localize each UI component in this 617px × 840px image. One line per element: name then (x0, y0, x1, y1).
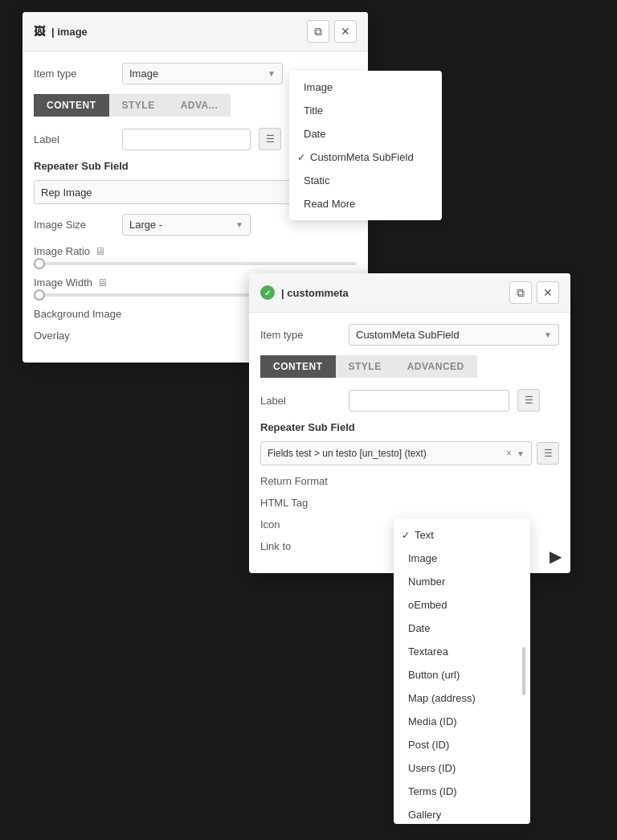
dropdown2-number[interactable]: Number (394, 570, 530, 593)
dropdown2-button[interactable]: Button (url) (394, 663, 530, 686)
dropdown1-image[interactable]: Image (289, 76, 442, 99)
image-size-select[interactable]: Large - ▼ (122, 214, 251, 236)
tab-advanced[interactable]: ADVA... (168, 94, 231, 117)
dropdown-arrow: ▶ (550, 547, 562, 566)
panel2-tabs: CONTENT STYLE ADVANCED (260, 355, 559, 378)
image-panel-header: 🖼 | image ⧉ ✕ (22, 12, 368, 51)
dropdown-scrollbar (522, 647, 525, 695)
dropdown2-media[interactable]: Media (ID) (394, 710, 530, 733)
repeater-db-icon-2[interactable]: ☰ (537, 442, 559, 465)
dropdown2-map[interactable]: Map (address) (394, 686, 530, 710)
repeater-select-2[interactable]: Fields test > un testo [un_testo] (text)… (260, 441, 532, 465)
label-db-icon-2[interactable]: ☰ (517, 389, 540, 412)
custommeta-panel-header: ✓ | custommeta ⧉ ✕ (249, 273, 570, 313)
check-circle-icon: ✓ (260, 285, 275, 300)
dropdown1-title[interactable]: Title (289, 99, 442, 122)
image-icon: 🖼 (34, 25, 45, 38)
return-format-dropdown: ✓ Text Image Number oEmbed Date Textarea… (394, 518, 530, 824)
item-type-select-2[interactable]: CustomMeta SubField ▼ (349, 324, 559, 346)
repeater-select[interactable]: Rep Image × ▼ (34, 180, 329, 204)
label-row-2: Label ☰ (260, 389, 559, 412)
custommeta-panel-actions: ⧉ ✕ (509, 281, 559, 304)
tab-style-2[interactable]: STYLE (336, 355, 394, 378)
dropdown2-image[interactable]: Image (394, 547, 530, 570)
dropdown2-text[interactable]: ✓ Text (394, 523, 530, 547)
image-ratio-row: Image Ratio 🖥 (34, 245, 357, 265)
dropdown1-readmore[interactable]: Read More (289, 192, 442, 215)
image-ratio-slider[interactable] (34, 262, 357, 265)
label-db-icon[interactable]: ☰ (259, 128, 281, 150)
close-button-2[interactable]: ✕ (537, 281, 559, 304)
repeater-heading-2: Repeater Sub Field (260, 421, 559, 433)
label-input[interactable] (122, 129, 251, 150)
repeater-select-actions-2: × ▼ (503, 446, 525, 461)
dropdown2-gallery[interactable]: Gallery (394, 803, 530, 824)
size-caret: ▼ (235, 220, 243, 229)
item-type-dropdown: Image Title Date ✓ CustomMeta SubField S… (289, 71, 442, 220)
item-type-select[interactable]: Image ▼ (122, 63, 283, 84)
label-input-2[interactable] (349, 390, 509, 412)
dropdown2-post[interactable]: Post (ID) (394, 733, 530, 756)
tab-advanced-2[interactable]: ADVANCED (394, 355, 477, 378)
copy-button-2[interactable]: ⧉ (509, 281, 532, 304)
image-panel-actions: ⧉ ✕ (307, 20, 357, 43)
dropdown2-terms[interactable]: Terms (ID) (394, 780, 530, 803)
copy-button[interactable]: ⧉ (307, 20, 329, 43)
close-button[interactable]: ✕ (334, 20, 357, 43)
return-format-row: Return Format (260, 475, 559, 487)
image-width-monitor-icon: 🖥 (97, 277, 108, 289)
repeater-clear-btn-2[interactable]: × (503, 446, 515, 461)
custommeta-panel-title: ✓ | custommeta (260, 285, 349, 300)
item-type-row-2: Item type CustomMeta SubField ▼ (260, 324, 559, 346)
tab-content[interactable]: CONTENT (34, 94, 109, 117)
image-width-thumb[interactable] (34, 289, 45, 301)
repeater-caret-2[interactable]: ▼ (517, 449, 525, 458)
check-icon-custommeta: ✓ (297, 152, 305, 163)
dropdown2-users[interactable]: Users (ID) (394, 756, 530, 780)
dropdown1-date[interactable]: Date (289, 122, 442, 145)
check-icon-text: ✓ (402, 530, 410, 541)
image-ratio-monitor-icon: 🖥 (95, 245, 105, 257)
dropdown2-oembed[interactable]: oEmbed (394, 593, 530, 617)
image-panel-title: 🖼 | image (34, 25, 88, 38)
repeater-select-row-2: Fields test > un testo [un_testo] (text)… (260, 441, 559, 465)
dropdown1-static[interactable]: Static (289, 169, 442, 192)
dropdown2-date[interactable]: Date (394, 617, 530, 640)
image-ratio-thumb[interactable] (34, 258, 45, 269)
html-tag-row: HTML Tag (260, 497, 559, 509)
tab-style[interactable]: STYLE (109, 94, 168, 117)
item-type-caret: ▼ (268, 69, 276, 78)
item-type-caret-2: ▼ (544, 330, 552, 339)
dropdown2-textarea[interactable]: Textarea (394, 640, 530, 663)
dropdown1-custommeta[interactable]: ✓ CustomMeta SubField (289, 145, 442, 169)
tab-content-2[interactable]: CONTENT (260, 355, 336, 378)
